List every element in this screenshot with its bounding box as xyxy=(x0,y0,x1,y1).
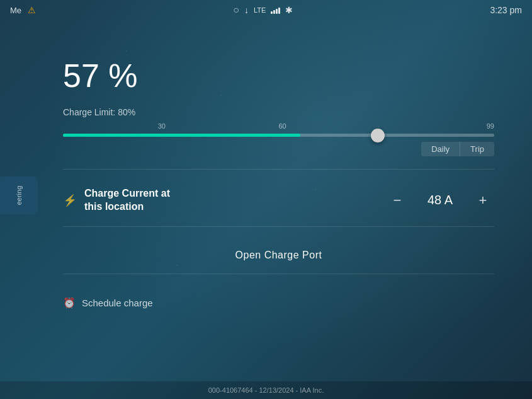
slider-thumb[interactable] xyxy=(371,129,385,142)
increase-current-button[interactable]: + xyxy=(472,189,494,212)
divider-3 xyxy=(63,274,494,274)
download-icon: ↓ xyxy=(244,5,249,15)
open-charge-port-section: Open Charge Port xyxy=(63,250,494,261)
percentage-unit: % xyxy=(108,57,137,94)
charge-current-left: ⚡ Charge Current at this location xyxy=(63,187,170,214)
charge-current-label-line1: Charge Current at xyxy=(84,188,170,199)
charge-limit-slider[interactable]: 30 60 99 xyxy=(63,122,494,137)
status-bar: Me ⚠ ○ ↓ LTE ✱ 3:23 pm xyxy=(0,0,532,20)
trip-button[interactable]: Trip xyxy=(460,142,494,156)
main-content: 57 % Charge Limit: 80% 30 60 99 Daily Tr… xyxy=(63,25,494,374)
sidebar-label: eering xyxy=(15,186,23,205)
limit-buttons: Daily Trip xyxy=(63,142,494,156)
bluetooth-icon: ✱ xyxy=(285,5,293,15)
status-time: 3:23 pm xyxy=(490,5,522,15)
status-left: Me ⚠ xyxy=(10,5,36,15)
warning-icon: ⚠ xyxy=(28,5,36,15)
lte-label: LTE xyxy=(254,6,266,14)
slider-fill xyxy=(63,134,300,137)
charge-current-label: Charge Current at this location xyxy=(84,187,170,214)
daily-button[interactable]: Daily xyxy=(421,142,460,156)
charge-current-section: ⚡ Charge Current at this location − 48 A… xyxy=(63,187,494,214)
me-label: Me xyxy=(10,6,21,15)
charge-current-label-line2: this location xyxy=(84,201,144,212)
circle-icon: ○ xyxy=(233,4,239,16)
schedule-label: Schedule charge xyxy=(82,298,153,308)
bottom-bar-text: 000-41067464 - 12/13/2024 - IAA Inc. xyxy=(208,386,324,394)
plug-icon: ⚡ xyxy=(63,194,77,207)
status-center: ○ ↓ LTE ✱ xyxy=(233,4,293,16)
slider-mark-60: 60 xyxy=(279,122,286,130)
slider-mark-30: 30 xyxy=(158,122,166,130)
divider-1 xyxy=(63,169,494,170)
decrease-current-button[interactable]: − xyxy=(386,189,409,212)
bottom-bar: 000-41067464 - 12/13/2024 - IAA Inc. xyxy=(0,381,532,399)
charge-limit-label: Charge Limit: 80% xyxy=(63,107,494,117)
signal-bars-icon xyxy=(271,6,280,14)
open-charge-port-button[interactable]: Open Charge Port xyxy=(235,250,322,261)
screen: Me ⚠ ○ ↓ LTE ✱ 3:23 pm eering 57 % Char xyxy=(0,0,532,399)
slider-track xyxy=(63,134,494,137)
schedule-section[interactable]: ⏰ Schedule charge xyxy=(63,297,494,309)
divider-2 xyxy=(63,226,494,227)
left-sidebar[interactable]: eering xyxy=(0,176,38,214)
charge-current-controls: − 48 A + xyxy=(386,189,494,212)
current-value: 48 A xyxy=(421,193,459,207)
clock-icon: ⏰ xyxy=(63,297,76,309)
charge-percentage: 57 % xyxy=(63,57,494,95)
percentage-value: 57 xyxy=(63,57,99,94)
slider-mark-99: 99 xyxy=(487,122,494,130)
